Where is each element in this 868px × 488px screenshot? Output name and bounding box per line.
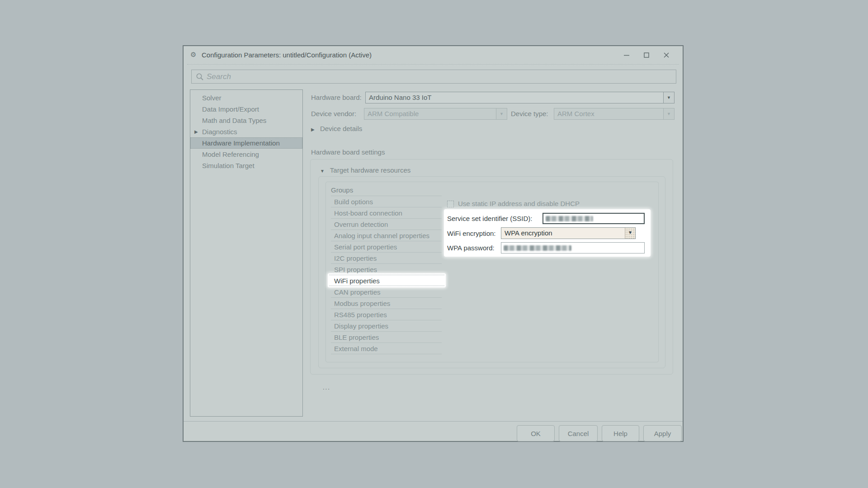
wifi-encryption-label: WiFi encryption: xyxy=(447,228,496,239)
window-title: Configuration Parameters: untitled/Confi… xyxy=(202,51,372,59)
group-item-external-mode[interactable]: External mode xyxy=(331,343,442,354)
group-item-overrun-detection[interactable]: Overrun detection xyxy=(331,218,442,230)
sidebar-item-label: Hardware Implementation xyxy=(202,139,280,147)
device-type-dropdown: ARM Cortex xyxy=(554,108,675,120)
cancel-button[interactable]: Cancel xyxy=(559,425,598,441)
wpa-password-redacted-value xyxy=(504,245,571,251)
static-ip-label: Use static IP address and disable DHCP xyxy=(458,198,580,210)
wpa-password-label: WPA password: xyxy=(447,242,495,253)
maximize-icon xyxy=(643,52,650,58)
group-item-serial-port-properties[interactable]: Serial port properties xyxy=(331,241,442,252)
group-item-label: SPI properties xyxy=(334,266,377,273)
minimize-icon xyxy=(623,52,630,58)
dropdown-arrow-icon[interactable] xyxy=(625,228,635,239)
sidebar-item-diagnostics[interactable]: Diagnostics xyxy=(190,126,302,137)
collapsed-arrow-icon xyxy=(311,127,315,132)
close-button[interactable] xyxy=(656,49,676,61)
group-item-label: CAN properties xyxy=(334,288,381,296)
minimize-button[interactable] xyxy=(617,49,637,61)
group-item-can-properties[interactable]: CAN properties xyxy=(331,286,442,297)
group-item-wifi-properties[interactable]: WiFi properties xyxy=(331,275,442,286)
close-icon xyxy=(663,52,670,58)
device-details-label: Device details xyxy=(320,125,362,132)
device-type-label: Device type: xyxy=(511,108,548,120)
group-item-modbus-properties[interactable]: Modbus properties xyxy=(331,297,442,309)
sidebar-item-label: Model Referencing xyxy=(202,150,259,158)
ssid-redacted-value xyxy=(546,216,593,221)
wpa-password-input[interactable] xyxy=(501,242,645,253)
group-item-i2c-properties[interactable]: I2C properties xyxy=(331,252,442,263)
titlebar-divider xyxy=(187,64,679,65)
group-item-rs485-properties[interactable]: RS485 properties xyxy=(331,309,442,320)
group-item-label: I2C properties xyxy=(334,254,377,262)
ssid-label: Service set identifier (SSID): xyxy=(447,213,532,224)
hardware-board-dropdown[interactable]: Arduino Nano 33 IoT xyxy=(365,92,675,103)
target-hardware-resources-label: Target hardware resources xyxy=(330,166,410,174)
group-item-analog-input-channel-properties[interactable]: Analog input channel properties xyxy=(331,230,442,241)
sidebar-item-simulation-target[interactable]: Simulation Target xyxy=(190,160,302,171)
hardware-board-value: Arduino Nano 33 IoT xyxy=(369,94,431,101)
expand-arrow-icon xyxy=(194,126,198,137)
static-ip-checkbox[interactable] xyxy=(447,201,454,207)
search-box xyxy=(191,70,676,84)
hardware-board-settings-heading: Hardware board settings xyxy=(311,147,385,158)
group-item-label: Build options xyxy=(334,198,373,206)
wifi-encryption-dropdown[interactable]: WPA encryption xyxy=(501,227,636,239)
device-details-expander[interactable]: Device details xyxy=(311,123,362,134)
window-controls xyxy=(617,49,676,61)
hardware-board-label: Hardware board: xyxy=(311,92,362,103)
button-label: Help xyxy=(613,430,627,437)
group-item-label: External mode xyxy=(334,345,378,352)
gear-icon: ⚙ xyxy=(190,51,196,58)
sidebar-item-label: Math and Data Types xyxy=(202,117,266,124)
group-item-label: Analog input channel properties xyxy=(334,232,429,239)
group-item-label: BLE properties xyxy=(334,333,379,341)
configuration-parameters-dialog: ⚙ Configuration Parameters: untitled/Con… xyxy=(183,45,684,442)
sidebar-item-label: Solver xyxy=(202,94,222,102)
sidebar-item-label: Data Import/Export xyxy=(202,105,259,113)
group-item-label: Modbus properties xyxy=(334,300,390,307)
titlebar[interactable]: ⚙ Configuration Parameters: untitled/Con… xyxy=(184,46,683,64)
group-item-label: Display properties xyxy=(334,322,388,330)
device-vendor-label: Device vendor: xyxy=(311,108,356,120)
sidebar-item-math-and-data-types[interactable]: Math and Data Types xyxy=(190,115,302,126)
ssid-input[interactable] xyxy=(542,213,645,224)
device-vendor-value: ARM Compatible xyxy=(368,110,419,117)
group-item-build-options[interactable]: Build options xyxy=(331,196,442,207)
ok-button[interactable]: OK xyxy=(517,425,555,441)
apply-button[interactable]: Apply xyxy=(643,425,682,441)
footer-divider xyxy=(184,421,683,422)
group-item-ble-properties[interactable]: BLE properties xyxy=(331,331,442,343)
sidebar-item-model-referencing[interactable]: Model Referencing xyxy=(190,149,302,160)
button-label: Cancel xyxy=(568,430,589,437)
expanded-arrow-icon xyxy=(320,169,325,174)
group-item-label: Serial port properties xyxy=(334,243,397,251)
search-icon xyxy=(196,73,204,81)
group-item-display-properties[interactable]: Display properties xyxy=(331,320,442,331)
target-hardware-resources-expander[interactable]: Target hardware resources xyxy=(320,165,410,176)
more-indicator: ... xyxy=(323,384,330,391)
group-item-label: Overrun detection xyxy=(334,221,388,228)
dropdown-arrow-icon[interactable] xyxy=(663,92,674,103)
maximize-button[interactable] xyxy=(637,49,656,61)
group-item-label: RS485 properties xyxy=(334,311,387,319)
sidebar-item-data-import-export[interactable]: Data Import/Export xyxy=(190,103,302,115)
groups-list: Build options Host-board connection Over… xyxy=(331,196,442,354)
group-item-host-board-connection[interactable]: Host-board connection xyxy=(331,207,442,218)
help-button[interactable]: Help xyxy=(602,425,639,441)
sidebar-item-label: Diagnostics xyxy=(202,128,237,136)
button-label: Apply xyxy=(654,430,671,437)
button-label: OK xyxy=(531,430,541,437)
device-type-value: ARM Cortex xyxy=(557,110,594,117)
group-item-label: WiFi properties xyxy=(334,277,380,285)
wifi-encryption-value: WPA encryption xyxy=(505,229,552,237)
sidebar-item-label: Simulation Target xyxy=(202,162,255,169)
sidebar-item-solver[interactable]: Solver xyxy=(190,92,302,103)
dropdown-arrow-icon xyxy=(496,108,507,119)
search-input[interactable] xyxy=(207,72,676,81)
category-tree: Solver Data Import/Export Math and Data … xyxy=(190,89,303,417)
sidebar-item-hardware-implementation[interactable]: Hardware Implementation xyxy=(190,137,302,149)
groups-heading: Groups xyxy=(331,185,353,196)
device-vendor-dropdown: ARM Compatible xyxy=(364,108,507,120)
group-item-label: Host-board connection xyxy=(334,209,402,217)
